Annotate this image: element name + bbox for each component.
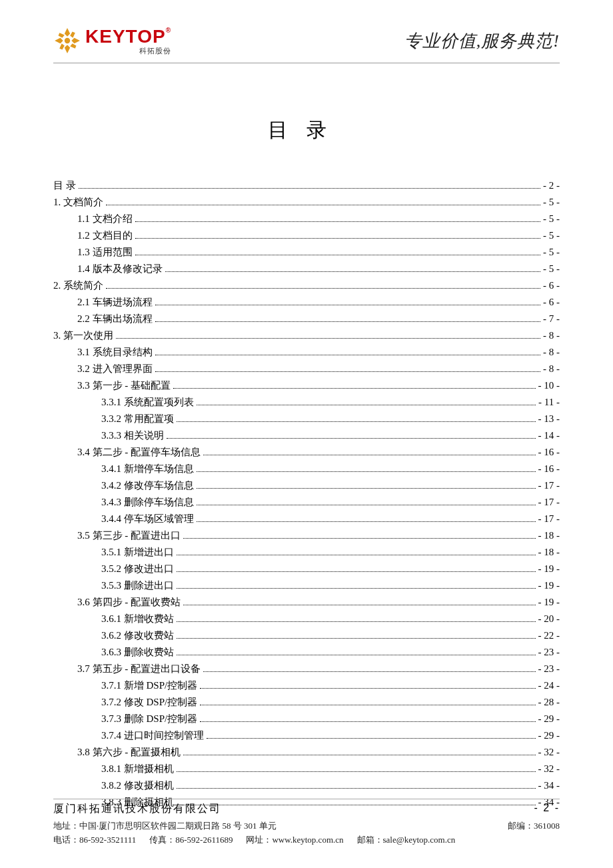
toc-leader-dots [177, 588, 536, 589]
toc-entry[interactable]: 3.1 系统目录结构- 8 - [53, 344, 560, 360]
toc-leader-dots [200, 688, 535, 689]
toc-label: 3.6.2 修改收费站 [101, 627, 174, 643]
footer-fax: 传真：86-592-2611689 [149, 834, 233, 846]
toc-label: 2.1 车辆进场流程 [77, 294, 153, 310]
toc-leader-dots [177, 421, 536, 422]
toc-entry[interactable]: 3.6.3 删除收费站- 23 - [53, 644, 560, 660]
toc-leader-dots [155, 305, 541, 305]
footer-page-number: - 2 - [534, 802, 560, 816]
page-footer: 厦门科拓通讯技术股份有限公司 - 2 - 地址：中国·厦门市思明区软件园二期观日… [53, 799, 560, 848]
toc-page: - 14 - [538, 427, 560, 443]
toc-entry[interactable]: 3.5 第三步 - 配置进出口- 18 - [53, 527, 560, 543]
footer-company: 厦门科拓通讯技术股份有限公司 [53, 802, 221, 816]
toc-entry[interactable]: 3.6.2 修改收费站- 22 - [53, 627, 560, 643]
toc-page: - 34 - [538, 777, 560, 793]
toc-entry[interactable]: 3.4.3 删除停车场信息- 17 - [53, 494, 560, 510]
toc-entry[interactable]: 3.6 第四步 - 配置收费站- 19 - [53, 594, 560, 610]
toc-leader-dots [200, 721, 535, 722]
toc-label: 3.3.1 系统配置项列表 [101, 394, 194, 410]
toc-entry[interactable]: 3.8 第六步 - 配置摄相机- 32 - [53, 744, 560, 760]
toc-label: 3.4 第二步 - 配置停车场信息 [77, 444, 201, 460]
toc-entry[interactable]: 3.7.4 进口时间控制管理- 29 - [53, 727, 560, 743]
toc-entry[interactable]: 1.3 适用范围- 5 - [53, 244, 560, 260]
logo-sub-text: 科拓股份 [139, 47, 171, 55]
table-of-contents: 目 录- 2 -1. 文档简介- 5 -1.1 文档介绍- 5 -1.2 文档目… [53, 177, 560, 810]
toc-leader-dots [167, 438, 536, 439]
toc-page: - 17 - [538, 494, 560, 510]
toc-entry[interactable]: 3.4.1 新增停车场信息- 16 - [53, 461, 560, 477]
logo: KEYTOP® 科拓股份 [53, 27, 171, 55]
footer-web: 网址：www.keytop.com.cn [246, 834, 343, 846]
toc-leader-dots [203, 455, 536, 455]
logo-text: KEYTOP® 科拓股份 [85, 27, 171, 55]
toc-label: 3.2 进入管理界面 [77, 361, 153, 377]
toc-label: 2. 系统简介 [53, 277, 103, 293]
toc-page: - 22 - [538, 627, 560, 643]
toc-entry[interactable]: 3.2 进入管理界面- 8 - [53, 361, 560, 377]
toc-label: 3.1 系统目录结构 [77, 344, 153, 360]
toc-page: - 18 - [538, 544, 560, 560]
logo-icon [53, 27, 81, 55]
toc-leader-dots [177, 788, 536, 789]
toc-label: 1. 文档简介 [53, 194, 103, 210]
toc-entry[interactable]: 3.6.1 新增收费站- 20 - [53, 611, 560, 627]
toc-page: - 13 - [538, 411, 560, 427]
toc-entry[interactable]: 3.5.1 新增进出口- 18 - [53, 544, 560, 560]
toc-page: - 19 - [538, 594, 560, 610]
toc-entry[interactable]: 2. 系统简介- 6 - [53, 277, 560, 293]
toc-leader-dots [155, 371, 541, 372]
toc-entry[interactable]: 3.4.2 修改停车场信息- 17 - [53, 477, 560, 493]
toc-entry[interactable]: 3.5.3 删除进出口- 19 - [53, 577, 560, 593]
svg-marker-1 [71, 38, 80, 43]
toc-entry[interactable]: 3.7.1 新增 DSP/控制器- 24 - [53, 677, 560, 693]
toc-leader-dots [135, 255, 541, 255]
toc-leader-dots [177, 655, 536, 655]
toc-page: - 28 - [538, 694, 560, 710]
toc-leader-dots [177, 571, 536, 572]
toc-leader-dots [197, 471, 536, 472]
toc-label: 1.4 版本及修改记录 [77, 261, 163, 277]
toc-leader-dots [197, 521, 536, 522]
toc-entry[interactable]: 3.3.1 系统配置项列表- 11 - [53, 394, 560, 410]
toc-leader-dots [165, 271, 541, 272]
toc-leader-dots [177, 555, 536, 555]
toc-entry[interactable]: 1. 文档简介- 5 - [53, 194, 560, 210]
toc-entry[interactable]: 3.7.2 修改 DSP/控制器- 28 - [53, 694, 560, 710]
toc-entry[interactable]: 3.8.1 新增摄相机- 32 - [53, 761, 560, 777]
toc-entry[interactable]: 3.3.3 相关说明- 14 - [53, 427, 560, 443]
toc-label: 3.5.2 修改进出口 [101, 561, 174, 577]
toc-leader-dots [183, 605, 536, 605]
toc-entry[interactable]: 3. 第一次使用- 8 - [53, 327, 560, 343]
toc-entry[interactable]: 3.5.2 修改进出口- 19 - [53, 561, 560, 577]
toc-entry[interactable]: 目 录- 2 - [53, 177, 560, 193]
toc-leader-dots [207, 738, 536, 739]
svg-marker-3 [55, 38, 63, 43]
toc-page: - 16 - [538, 461, 560, 477]
toc-entry[interactable]: 1.2 文档目的- 5 - [53, 227, 560, 243]
toc-entry[interactable]: 3.3.2 常用配置项- 13 - [53, 411, 560, 427]
toc-entry[interactable]: 1.4 版本及修改记录- 5 - [53, 261, 560, 277]
toc-page: - 8 - [543, 361, 560, 377]
toc-page: - 17 - [538, 511, 560, 527]
page-header: KEYTOP® 科拓股份 专业价值,服务典范! [53, 27, 560, 63]
toc-label: 3.5.1 新增进出口 [101, 544, 174, 560]
toc-entry[interactable]: 2.2 车辆出场流程- 7 - [53, 311, 560, 327]
toc-entry[interactable]: 3.4.4 停车场区域管理- 17 - [53, 511, 560, 527]
toc-entry[interactable]: 3.7.3 删除 DSP/控制器- 29 - [53, 711, 560, 727]
toc-page: - 8 - [543, 327, 560, 343]
toc-entry[interactable]: 3.7 第五步 - 配置进出口设备- 23 - [53, 661, 560, 677]
toc-entry[interactable]: 3.8.2 修改摄相机- 34 - [53, 777, 560, 793]
toc-label: 1.2 文档目的 [77, 227, 133, 243]
toc-page: - 20 - [538, 611, 560, 627]
toc-leader-dots [155, 321, 541, 322]
toc-page: - 32 - [538, 761, 560, 777]
toc-label: 目 录 [53, 177, 76, 193]
toc-page: - 29 - [538, 711, 560, 727]
toc-label: 3.4.2 修改停车场信息 [101, 477, 194, 493]
toc-entry[interactable]: 3.4 第二步 - 配置停车场信息- 16 - [53, 444, 560, 460]
toc-entry[interactable]: 3.3 第一步 - 基础配置- 10 - [53, 377, 560, 393]
toc-entry[interactable]: 1.1 文档介绍- 5 - [53, 211, 560, 227]
svg-marker-5 [70, 43, 76, 49]
toc-leader-dots [177, 771, 536, 772]
toc-entry[interactable]: 2.1 车辆进场流程- 6 - [53, 294, 560, 310]
